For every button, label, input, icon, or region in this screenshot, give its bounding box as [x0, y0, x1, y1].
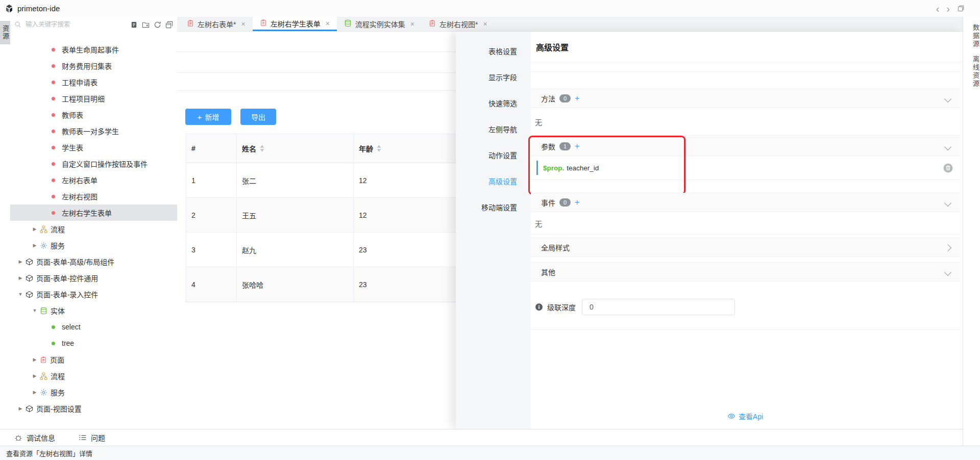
close-icon[interactable]: × [410, 20, 414, 28]
add-method-button[interactable]: + [575, 94, 579, 103]
tree-item-流程[interactable]: ▶流程 [10, 368, 177, 384]
table-row[interactable]: 4张哈哈23 [186, 267, 456, 302]
close-icon[interactable]: × [241, 20, 245, 28]
settings-nav-表格设置[interactable]: 表格设置 [456, 38, 531, 64]
editor-tab[interactable]: 左树右表单*× [180, 17, 253, 31]
tree-item-select[interactable]: select [10, 319, 177, 335]
problems-tab[interactable]: 问题 [79, 432, 105, 443]
green-dot-icon [52, 325, 59, 329]
tree-item-表单生命周起事件[interactable]: 表单生命周起事件 [10, 41, 177, 58]
tree-item-工程申请表[interactable]: 工程申请表 [10, 74, 177, 90]
collapse-all-icon[interactable] [165, 21, 173, 29]
expand-arrow-icon[interactable]: ▶ [17, 275, 23, 280]
search-input[interactable] [24, 20, 103, 29]
expand-arrow-icon[interactable]: ▶ [17, 259, 23, 264]
cascade-depth-input[interactable] [582, 299, 735, 315]
collapse-arrow-icon[interactable]: ▼ [32, 308, 38, 313]
expand-arrow-icon[interactable]: ▶ [32, 373, 38, 378]
settings-nav-移动端设置[interactable]: 移动端设置 [456, 194, 531, 220]
left-activity-rail: 资源 [0, 17, 11, 446]
tab-label: 左树右表单* [198, 19, 236, 29]
table-row[interactable]: 3赵九23 [186, 233, 456, 267]
nav-forward-icon[interactable]: › [946, 4, 950, 14]
tree-item-左树右表单[interactable]: 左树右表单 [10, 172, 177, 188]
close-icon[interactable]: × [326, 19, 330, 28]
global-style-section-header[interactable]: 全局样式 [531, 238, 960, 257]
settings-nav-显示字段[interactable]: 显示字段 [456, 64, 531, 90]
tree-item-实体[interactable]: ▼实体 [10, 302, 177, 319]
import-resource-icon[interactable] [130, 21, 138, 29]
collapse-arrow-icon[interactable]: ▼ [17, 292, 23, 297]
tree-item-页面[interactable]: ▶页面 [10, 351, 177, 368]
tree-item-页面-视图设置[interactable]: ▶页面-视图设置 [10, 400, 177, 417]
expand-arrow-icon[interactable]: ▶ [32, 390, 38, 395]
delete-param-icon[interactable] [943, 163, 953, 174]
sort-carets-icon[interactable] [377, 145, 381, 152]
expand-arrow-icon[interactable]: ▶ [17, 406, 23, 411]
tree-item-label: 页面-表单-录入控件 [36, 289, 98, 299]
rail-tab-resources[interactable]: 资源 [0, 21, 10, 44]
params-count-badge: 1 [559, 142, 571, 150]
tree-item-服务[interactable]: ▶服务 [10, 237, 177, 253]
tree-item-工程项目明细[interactable]: 工程项目明细 [10, 90, 177, 107]
tree-item-页面-表单-录入控件[interactable]: ▼页面-表单-录入控件 [10, 286, 177, 302]
flow-icon [40, 225, 47, 233]
settings-nav-快速筛选[interactable]: 快速筛选 [456, 90, 531, 116]
sort-carets-icon[interactable] [260, 145, 264, 152]
settings-nav-高级设置[interactable]: 高级设置 [456, 168, 531, 194]
settings-nav-动作设置[interactable]: 动作设置 [456, 142, 531, 168]
close-icon[interactable]: × [483, 20, 487, 28]
refresh-icon[interactable] [154, 21, 161, 29]
settings-nav-左侧导航[interactable]: 左侧导航 [456, 116, 531, 142]
page-icon [260, 19, 267, 28]
table-row[interactable]: 2王五12 [186, 198, 456, 233]
panel-title: 高级设置 [531, 32, 963, 62]
tree-item-财务费用归集表[interactable]: 财务费用归集表 [10, 58, 177, 74]
column-header-姓名[interactable]: 姓名 [237, 134, 354, 163]
editor-tab[interactable]: 流程实例实体集× [337, 17, 422, 31]
divider [531, 71, 960, 72]
column-header-#[interactable]: # [186, 134, 237, 163]
table-cell: 张二 [237, 163, 354, 197]
tree-item-左树右视图[interactable]: 左树右视图 [10, 188, 177, 205]
add-event-button[interactable]: + [575, 198, 579, 207]
editor-tab[interactable]: 左树右学生表单× [253, 17, 337, 31]
other-section-header[interactable]: 其他 [531, 262, 960, 282]
editor-tab[interactable]: 左树右视图*× [422, 17, 495, 31]
app-title: primeton-ide [17, 4, 60, 13]
param-item-row[interactable]: $prop. teacher_id [531, 156, 960, 180]
tree-item-教师表一对多学生[interactable]: 教师表一对多学生 [10, 123, 177, 139]
nav-back-icon[interactable]: ‹ [936, 4, 940, 14]
tree-item-tree[interactable]: tree [10, 335, 177, 351]
expand-arrow-icon[interactable]: ▶ [32, 243, 38, 248]
list-icon [79, 433, 87, 442]
resource-explorer: 表单生命周起事件财务费用归集表工程申请表工程项目明细教师表教师表一对多学生学生表… [10, 17, 178, 429]
tree-item-流程[interactable]: ▶流程 [10, 221, 177, 237]
expand-arrow-icon[interactable]: ▶ [32, 226, 38, 232]
rail-tab-datasource[interactable]: 数据源 [963, 24, 980, 48]
tree-item-label: 自定义窗口操作按钮及事件 [62, 159, 148, 169]
tree-item-学生表[interactable]: 学生表 [10, 139, 177, 156]
form-divider [177, 90, 456, 91]
tree-item-页面-表单-高级/布局组件[interactable]: ▶页面-表单-高级/布局组件 [10, 253, 177, 270]
add-button[interactable]: + 新增 [185, 109, 231, 125]
add-param-button[interactable]: + [575, 142, 579, 150]
export-button[interactable]: 导出 [240, 109, 276, 125]
view-api-link[interactable]: 查看Api [531, 411, 960, 421]
restore-window-icon[interactable] [957, 5, 965, 12]
tree-item-左树右学生表单[interactable]: 左树右学生表单 [10, 205, 177, 221]
new-folder-icon[interactable] [142, 21, 150, 29]
tree-item-页面-表单-控件通用[interactable]: ▶页面-表单-控件通用 [10, 270, 177, 286]
rail-tab-offline-resources[interactable]: 离线资源 [963, 56, 980, 88]
column-header-年龄[interactable]: 年龄 [354, 134, 456, 163]
tree-item-label: 左树右表单 [62, 175, 97, 185]
debug-icon [14, 433, 22, 442]
expand-arrow-icon[interactable]: ▶ [32, 357, 38, 362]
tree-item-自定义窗口操作按钮及事件[interactable]: 自定义窗口操作按钮及事件 [10, 156, 177, 172]
table-row[interactable]: 1张二12 [186, 163, 456, 198]
tree-item-教师表[interactable]: 教师表 [10, 107, 177, 123]
tree-item-服务[interactable]: ▶服务 [10, 384, 177, 400]
cube-icon [26, 274, 33, 282]
debug-info-tab[interactable]: 调试信息 [14, 432, 55, 443]
status-bar: 查看资源「左树右视图」详情 [0, 446, 980, 460]
